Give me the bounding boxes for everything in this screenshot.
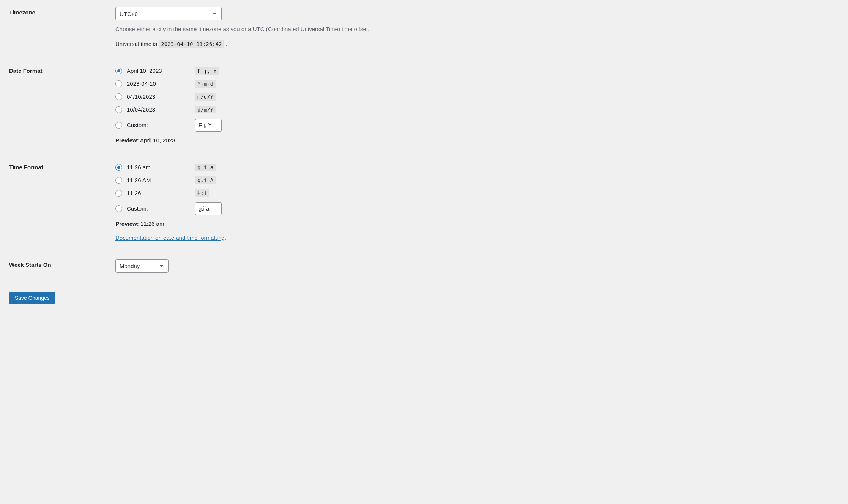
date-format-custom-row[interactable]: Custom: <box>115 119 835 132</box>
save-button[interactable]: Save Changes <box>9 292 55 304</box>
time-format-option-label: 11:26 AM <box>127 177 151 183</box>
date-format-option[interactable]: 2023-04-10 Y-m-d <box>115 80 835 88</box>
timezone-description: Choose either a city in the same timezon… <box>115 25 835 34</box>
time-format-token: g:i A <box>195 176 216 184</box>
time-format-field: 11:26 am g:i a 11:26 AM g:i A 11:26 H:i <box>115 159 839 256</box>
date-format-token: m/d/Y <box>195 93 216 101</box>
date-format-custom-input[interactable] <box>195 119 222 132</box>
date-format-option[interactable]: 10/04/2023 d/m/Y <box>115 106 835 113</box>
time-format-option-label: 11:26 <box>127 190 141 196</box>
date-format-token: Y-m-d <box>195 80 216 88</box>
universal-time-value: 2023-04-10 11:26:42 <box>159 40 224 48</box>
date-format-radio[interactable] <box>115 106 122 113</box>
doc-link-suffix: . <box>225 235 226 241</box>
date-format-field: April 10, 2023 F j, Y 2023-04-10 Y-m-d 0… <box>115 62 839 159</box>
time-format-option-label: 11:26 am <box>127 164 151 170</box>
time-format-custom-label: Custom: <box>127 205 148 212</box>
date-format-option-label: 10/04/2023 <box>127 106 155 113</box>
time-format-radio[interactable] <box>115 190 122 197</box>
time-format-custom-input[interactable] <box>195 202 222 215</box>
time-format-preview: Preview: 11:26 am <box>115 220 835 227</box>
date-format-custom-label: Custom: <box>127 122 148 128</box>
date-format-custom-radio[interactable] <box>115 122 122 129</box>
time-format-token: g:i a <box>195 164 216 171</box>
time-format-radio[interactable] <box>115 177 122 184</box>
time-format-custom-radio[interactable] <box>115 205 122 212</box>
timezone-select[interactable]: UTC+0 <box>115 7 222 20</box>
universal-time-text: Universal time is 2023-04-10 11:26:42 . <box>115 41 835 47</box>
date-format-option-label: April 10, 2023 <box>127 68 162 74</box>
date-format-preview: Preview: April 10, 2023 <box>115 137 835 143</box>
date-time-doc-link[interactable]: Documentation on date and time formattin… <box>115 235 225 241</box>
date-format-option-label: 2023-04-10 <box>127 80 156 87</box>
timezone-label: Timezone <box>9 4 115 62</box>
time-format-option[interactable]: 11:26 am g:i a <box>115 164 835 171</box>
date-format-option[interactable]: April 10, 2023 F j, Y <box>115 67 835 75</box>
time-format-option[interactable]: 11:26 H:i <box>115 189 835 197</box>
week-starts-select[interactable]: Monday <box>115 259 169 273</box>
date-format-radio[interactable] <box>115 80 122 87</box>
date-format-option[interactable]: 04/10/2023 m/d/Y <box>115 93 835 101</box>
date-format-option-label: 04/10/2023 <box>127 93 155 100</box>
date-format-token: F j, Y <box>195 67 219 75</box>
time-format-radio[interactable] <box>115 164 122 171</box>
date-format-radio[interactable] <box>115 68 122 74</box>
time-format-custom-row[interactable]: Custom: <box>115 202 835 215</box>
time-format-label: Time Format <box>9 159 115 256</box>
date-format-token: d/m/Y <box>195 106 216 113</box>
time-format-token: H:i <box>195 189 209 197</box>
date-format-label: Date Format <box>9 62 115 159</box>
date-format-radio[interactable] <box>115 93 122 100</box>
time-format-option[interactable]: 11:26 AM g:i A <box>115 176 835 184</box>
week-starts-label: Week Starts On <box>9 256 115 288</box>
